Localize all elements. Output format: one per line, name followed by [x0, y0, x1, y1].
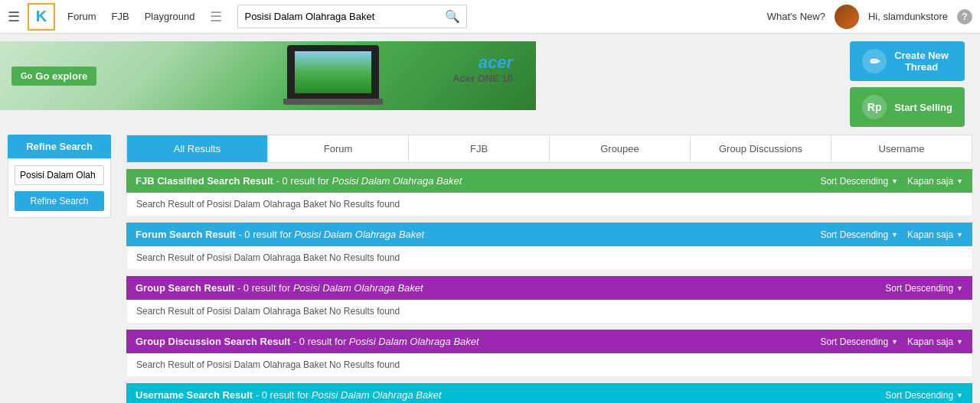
laptop-screen [295, 51, 371, 93]
fjb-result-section: FJB Classified Search Result - 0 result … [126, 169, 972, 216]
fjb-kapan-dropdown[interactable]: Kapan saja [907, 176, 963, 187]
forum-kapan-dropdown[interactable]: Kapan saja [907, 229, 963, 240]
nav-links: Forum FJB Playground ☰ [67, 8, 222, 25]
group-result-controls: Sort Descending [885, 283, 963, 294]
tab-group-discussions[interactable]: Group Discussions [691, 135, 831, 162]
go-explore-badge: Go Go explore [11, 67, 96, 86]
logo-k: K [36, 8, 47, 25]
acer-product-name: Acer ONE 10 [452, 73, 513, 84]
fjb-sort-dropdown[interactable]: Sort Descending [820, 176, 898, 187]
search-button[interactable]: 🔍 [439, 5, 466, 28]
tab-forum[interactable]: Forum [268, 135, 409, 162]
fjb-result-title: FJB Classified Search Result - 0 result … [136, 175, 462, 187]
nav-right: What's New? Hi, slamdunkstore ? [767, 5, 972, 29]
username-result-section: Username Search Result - 0 result for Po… [126, 383, 972, 403]
tab-username[interactable]: Username [831, 135, 972, 162]
username-result-header: Username Search Result - 0 result for Po… [126, 383, 972, 403]
user-avatar[interactable] [835, 5, 859, 29]
create-thread-icon: ✏ [862, 49, 887, 73]
create-thread-label: Create NewThread [894, 50, 949, 73]
search-input[interactable] [238, 7, 439, 26]
whats-new-link[interactable]: What's New? [767, 11, 825, 22]
fjb-result-controls: Sort Descending Kapan saja [820, 176, 963, 187]
group-discussion-result-controls: Sort Descending Kapan saja [820, 336, 963, 347]
fjb-result-body: Search Result of Posisi Dalam Olahraga B… [126, 193, 972, 216]
group-result-section: Group Search Result - 0 result for Posis… [126, 276, 972, 323]
explore-text: Go explore [35, 70, 87, 82]
acer-branding: acer Acer ONE 10 [452, 53, 513, 84]
start-selling-label: Start Selling [894, 102, 952, 113]
username-label: Hi, slamdunkstore [868, 11, 948, 22]
forum-result-body: Search Result of Posisi Dalam Olahraga B… [126, 246, 972, 270]
sidebar: Refine Search Refine Search [0, 135, 119, 403]
nav-more-icon[interactable]: ☰ [210, 8, 222, 25]
laptop-illustration [283, 45, 383, 105]
forum-sort-dropdown[interactable]: Sort Descending [820, 229, 898, 240]
group-discussion-result-header: Group Discussion Search Result - 0 resul… [126, 330, 972, 353]
tab-groupee[interactable]: Groupee [550, 135, 691, 162]
refine-search-input[interactable] [15, 165, 104, 185]
start-selling-button[interactable]: Rp Start Selling [850, 87, 965, 127]
group-result-body: Search Result of Posisi Dalam Olahraga B… [126, 300, 972, 323]
refine-search-button[interactable]: Refine Search [15, 191, 104, 211]
group-discussion-result-title: Group Discussion Search Result - 0 resul… [136, 336, 479, 347]
logo-box[interactable]: K [28, 3, 55, 31]
username-sort-dropdown[interactable]: Sort Descending [885, 390, 963, 401]
nav-fjb[interactable]: FJB [112, 11, 129, 22]
forum-result-header: Forum Search Result - 0 result for Posis… [126, 223, 972, 246]
selling-icon: Rp [862, 95, 887, 119]
tab-fjb[interactable]: FJB [409, 135, 550, 162]
laptop-base [283, 99, 383, 105]
tab-all-results[interactable]: All Results [127, 135, 268, 162]
acer-brand-logo: acer [452, 53, 513, 73]
group-discussion-sort-dropdown[interactable]: Sort Descending [820, 336, 898, 347]
content-area: Refine Search Refine Search All Results … [0, 135, 980, 403]
group-discussion-kapan-dropdown[interactable]: Kapan saja [907, 336, 963, 347]
fjb-result-header: FJB Classified Search Result - 0 result … [126, 169, 972, 193]
create-new-thread-button[interactable]: ✏ Create NewThread [850, 41, 965, 81]
nav-forum[interactable]: Forum [67, 11, 96, 22]
go-text: Go [21, 71, 32, 80]
sidebar-content: Refine Search [8, 158, 111, 218]
laptop-screen-body [287, 45, 379, 99]
search-bar: 🔍 [237, 5, 467, 28]
group-result-title: Group Search Result - 0 result for Posis… [136, 282, 423, 294]
action-buttons: ✏ Create NewThread Rp Start Selling [850, 41, 965, 127]
tabs-bar: All Results Forum FJB Groupee Group Disc… [126, 135, 972, 163]
banner-image: Go Go explore acer Acer ONE 10 [0, 41, 536, 110]
banner-area: Go Go explore acer Acer ONE 10 ✏ Create … [0, 34, 980, 135]
group-sort-dropdown[interactable]: Sort Descending [885, 283, 963, 294]
hamburger-menu-icon[interactable]: ☰ [8, 8, 20, 25]
group-result-header: Group Search Result - 0 result for Posis… [126, 276, 972, 300]
help-icon[interactable]: ? [957, 9, 972, 24]
forum-result-controls: Sort Descending Kapan saja [820, 229, 963, 240]
group-discussion-result-body: Search Result of Posisi Dalam Olahraga B… [126, 353, 972, 377]
nav-playground[interactable]: Playground [145, 11, 195, 22]
username-result-title: Username Search Result - 0 result for Po… [136, 389, 442, 401]
username-result-controls: Sort Descending [885, 390, 963, 401]
refine-search-header: Refine Search [8, 135, 111, 158]
forum-result-title: Forum Search Result - 0 result for Posis… [136, 229, 424, 240]
top-navigation: ☰ K Forum FJB Playground ☰ 🔍 What's New?… [0, 0, 980, 34]
forum-result-section: Forum Search Result - 0 result for Posis… [126, 223, 972, 270]
group-discussion-result-section: Group Discussion Search Result - 0 resul… [126, 330, 972, 377]
main-results: All Results Forum FJB Groupee Group Disc… [119, 135, 980, 403]
